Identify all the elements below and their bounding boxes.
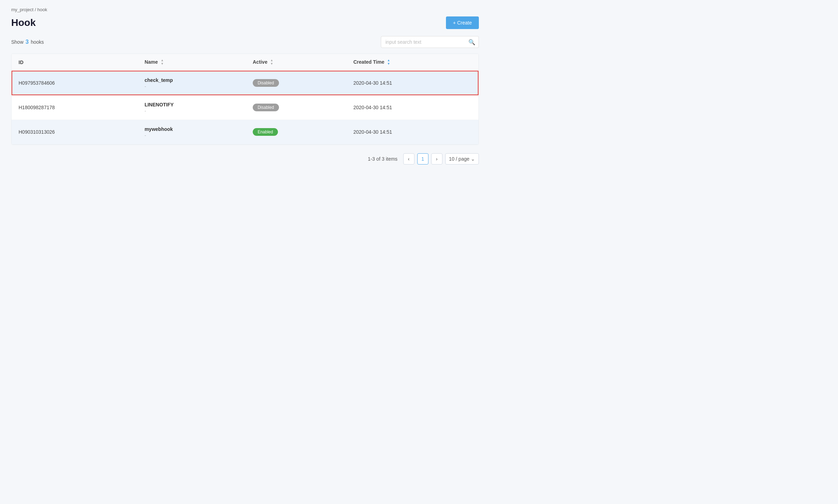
- hook-name-label: mywebhook: [145, 126, 239, 132]
- created-sort-icons: ▲ ▼: [387, 59, 390, 66]
- table-header-row: ID Name ▲ ▼ Active ▲ ▼: [12, 54, 479, 71]
- cell-id: H097953784606: [12, 71, 138, 95]
- hook-name-label: check_temp: [145, 77, 239, 83]
- cell-created-time: 2020-04-30 14:51: [347, 71, 479, 95]
- per-page-chevron-icon: ⌄: [471, 156, 475, 162]
- hooks-table-container: ID Name ▲ ▼ Active ▲ ▼: [11, 54, 479, 145]
- breadcrumb-project[interactable]: my_project: [11, 7, 34, 12]
- page-header: Hook + Create: [11, 16, 479, 29]
- table-row[interactable]: H097953784606 check_temp - Disabled 2020…: [12, 71, 479, 95]
- cell-name: check_temp -: [138, 71, 246, 95]
- col-header-id: ID: [12, 54, 138, 71]
- show-count-area: Show 3 hooks: [11, 39, 44, 45]
- page-title: Hook: [11, 17, 36, 28]
- col-header-name[interactable]: Name ▲ ▼: [138, 54, 246, 71]
- status-badge: Disabled: [253, 79, 279, 87]
- cell-id: H180098287178: [12, 95, 138, 120]
- hooks-label: hooks: [31, 39, 44, 45]
- hook-desc-label: -: [145, 84, 239, 89]
- hook-name-label: LINENOTIFY: [145, 102, 239, 107]
- hooks-count: 3: [26, 39, 29, 45]
- active-sort-down-icon: ▼: [270, 62, 273, 66]
- breadcrumb-current: hook: [37, 7, 47, 12]
- name-sort-icons: ▲ ▼: [161, 59, 164, 66]
- table-body: H097953784606 check_temp - Disabled 2020…: [12, 71, 479, 144]
- page-1-button[interactable]: 1: [417, 153, 428, 164]
- search-input[interactable]: [381, 36, 479, 48]
- active-sort-icons: ▲ ▼: [270, 59, 273, 66]
- name-sort-down-icon: ▼: [161, 62, 164, 66]
- col-header-active[interactable]: Active ▲ ▼: [246, 54, 347, 71]
- hook-desc-label: -: [145, 108, 239, 113]
- hooks-table: ID Name ▲ ▼ Active ▲ ▼: [12, 54, 479, 145]
- created-sort-down-icon: ▼: [387, 62, 390, 66]
- pagination-info: 1-3 of 3 items: [368, 156, 398, 162]
- per-page-selector[interactable]: 10 / page ⌄: [445, 153, 479, 164]
- cell-active: Disabled: [246, 71, 347, 95]
- table-row[interactable]: H180098287178 LINENOTIFY - Disabled 2020…: [12, 95, 479, 120]
- cell-active: Disabled: [246, 95, 347, 120]
- hook-desc-label: -: [145, 133, 239, 138]
- table-row[interactable]: H090310313026 mywebhook - Enabled 2020-0…: [12, 120, 479, 144]
- per-page-label: 10 / page: [449, 156, 469, 162]
- create-button[interactable]: + Create: [446, 16, 479, 29]
- cell-name: mywebhook -: [138, 120, 246, 144]
- show-label: Show: [11, 39, 23, 45]
- cell-name: LINENOTIFY -: [138, 95, 246, 120]
- toolbar: Show 3 hooks 🔍: [11, 36, 479, 48]
- search-box: 🔍: [381, 36, 479, 48]
- cell-created-time: 2020-04-30 14:51: [347, 120, 479, 144]
- status-badge: Disabled: [253, 104, 279, 111]
- prev-page-button[interactable]: ‹: [403, 153, 414, 164]
- next-page-button[interactable]: ›: [431, 153, 442, 164]
- pagination-row: 1-3 of 3 items ‹ 1 › 10 / page ⌄: [11, 153, 479, 164]
- breadcrumb-separator: /: [35, 7, 36, 12]
- breadcrumb: my_project / hook: [11, 7, 479, 12]
- cell-id: H090310313026: [12, 120, 138, 144]
- cell-created-time: 2020-04-30 14:51: [347, 95, 479, 120]
- status-badge: Enabled: [253, 128, 278, 136]
- col-header-created-time[interactable]: Created Time ▲ ▼: [347, 54, 479, 71]
- cell-active: Enabled: [246, 120, 347, 144]
